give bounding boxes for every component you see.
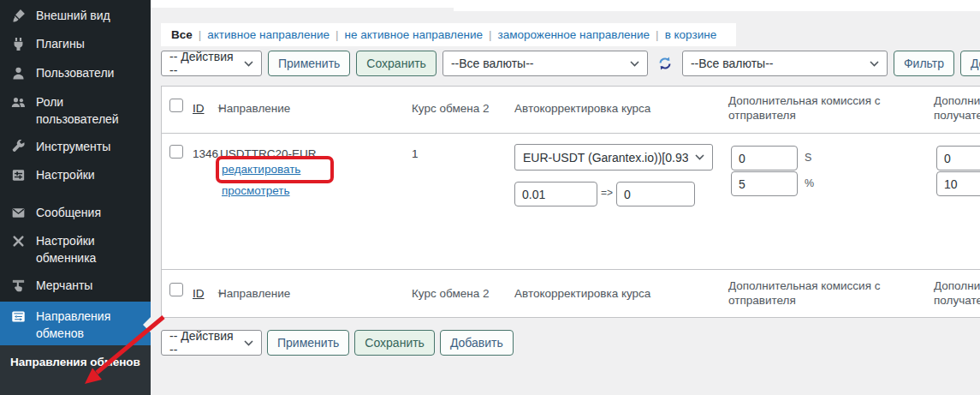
sidebar-item-merchants[interactable]: Мерчанты <box>0 273 151 298</box>
sidebar-item-label: Направления обменов <box>36 308 142 343</box>
view-link[interactable]: просмотреть <box>222 184 290 197</box>
sidebar-item-settings[interactable]: Настройки <box>0 163 151 188</box>
user-icon <box>10 65 27 82</box>
sidebar-item-label: Настройки <box>36 166 95 183</box>
sidebar-item-label: Мерчанты <box>36 277 92 294</box>
users-icon <box>10 94 27 111</box>
filter-separator: | <box>199 28 202 41</box>
table-row: 1346 USDTTRC20-EUR редактировать | просм… <box>162 134 980 270</box>
column-header-autocorrect: Автокорректировка курса <box>514 102 650 117</box>
table-footer-row: ID Направление Курс обмена 2 Автокоррект… <box>162 270 980 317</box>
top-toolbar: -- Действия -- Применить Сохранить --Все… <box>161 51 980 76</box>
crossed-tools-icon <box>10 233 27 250</box>
footer-header-rate: Курс обмена 2 <box>412 287 489 302</box>
apply-button[interactable]: Применить <box>268 51 350 76</box>
sidebar-item-messages[interactable]: Сообщения <box>0 200 151 225</box>
status-filter-links: Все | активное направление | не активное… <box>161 23 736 46</box>
footer-header-commission-sender: Дополнительная комиссия с отправителя <box>728 279 906 308</box>
column-header-id[interactable]: ID <box>193 102 205 117</box>
sidebar-item-exchanger-settings[interactable]: Настройки обменника <box>0 229 151 271</box>
bottom-toolbar: -- Действия -- Применить Сохранить Добав… <box>161 330 514 356</box>
filter-link-active[interactable]: активное направление <box>207 28 330 41</box>
column-header-commission-receiver: Дополнительная комиссия с получателя <box>934 94 980 123</box>
footer-header-commission-receiver: Дополнительная комиссия с получателя <box>934 279 980 308</box>
filter-link-frozen[interactable]: замороженное направление <box>498 28 650 41</box>
save-button-bottom[interactable]: Сохранить <box>354 330 435 356</box>
notice-bottom-strip <box>454 0 980 11</box>
sender-fixed-commission-input[interactable] <box>731 146 798 171</box>
sidebar-submenu: Направления обменов <box>0 345 151 395</box>
email-icon <box>10 205 27 222</box>
filter-button[interactable]: Фильтр <box>894 51 954 76</box>
chevron-down-icon <box>244 61 253 67</box>
sidebar-item-exchange-directions[interactable]: Направления обменов <box>0 302 151 348</box>
sidebar-item-label: Инструменты <box>36 138 110 155</box>
receiver-fixed-commission-input[interactable] <box>936 146 980 171</box>
autocorrect-arrow-label: => <box>601 187 613 199</box>
directions-list-table: ID Направление Курс обмена 2 Автокоррект… <box>161 86 980 318</box>
sidebar-item-users[interactable]: Пользователи <box>0 61 151 86</box>
sender-percent-unit: % <box>805 177 814 189</box>
column-header-rate: Курс обмена 2 <box>412 102 489 117</box>
footer-header-id[interactable]: ID <box>193 287 205 302</box>
bulk-actions-select-bottom[interactable]: -- Действия -- <box>161 330 262 356</box>
filter-link-trash[interactable]: в корзине <box>665 28 717 41</box>
sidebar-item-label: Внешний вид <box>36 7 110 24</box>
save-button[interactable]: Сохранить <box>356 51 437 76</box>
currency-select-2[interactable]: --Все валюты-- <box>682 51 888 76</box>
apply-button-bottom[interactable]: Применить <box>267 330 349 356</box>
submenu-item-exchange-directions[interactable]: Направления обменов <box>10 353 140 372</box>
filter-separator: | <box>656 28 659 41</box>
sidebar-item-tools[interactable]: Инструменты <box>0 135 151 159</box>
sidebar-item-label: Роли пользователей <box>36 93 142 129</box>
sidebar-item-label: Плагины <box>36 35 85 52</box>
row-rate: 1 <box>412 147 419 160</box>
sidebar-item-label: Сообщения <box>36 204 101 221</box>
receiver-percent-commission-input[interactable] <box>936 171 980 196</box>
bulk-actions-select[interactable]: -- Действия -- <box>161 51 262 76</box>
autocorrect-from-input[interactable] <box>514 182 597 206</box>
chevron-down-icon <box>630 61 639 67</box>
sidebar-item-appearance[interactable]: Внешний вид <box>0 3 151 28</box>
sender-percent-commission-input[interactable] <box>731 171 798 196</box>
add-button[interactable]: Добавить <box>960 51 980 76</box>
filter-separator: | <box>489 28 492 41</box>
chevron-down-icon <box>695 154 704 160</box>
column-header-direction: Направление <box>218 102 290 117</box>
sidebar-item-label: Пользователи <box>36 64 114 81</box>
currency-select-1[interactable]: --Все валюты-- <box>442 51 648 76</box>
admin-sidebar: Внешний вид Плагины Пользователи Роли по… <box>0 0 151 395</box>
wrench-icon <box>10 139 27 156</box>
sender-fixed-unit: S <box>805 152 811 164</box>
plugin-icon <box>10 36 27 53</box>
swap-refresh-icon[interactable] <box>654 51 676 76</box>
select-all-checkbox[interactable] <box>169 283 183 296</box>
row-direction: USDTTRC20-EUR <box>220 147 317 160</box>
sidebar-item-plugins[interactable]: Плагины <box>0 32 151 57</box>
autocorrect-pair-select[interactable]: EUR-USDT (Garantex.io))[0.936 <box>514 144 713 171</box>
chevron-down-icon <box>244 340 253 346</box>
sliders-icon <box>10 167 27 184</box>
filter-separator: | <box>336 28 339 41</box>
sidebar-item-user-roles[interactable]: Роли пользователей <box>0 90 151 132</box>
edit-link[interactable]: редактировать <box>222 163 300 176</box>
chevron-down-icon <box>870 61 879 67</box>
exchange-arrows-icon <box>10 308 27 326</box>
brush-icon <box>10 8 27 25</box>
hand-click-icon <box>10 278 27 295</box>
sidebar-item-label: Настройки обменника <box>36 232 142 267</box>
table-header-row: ID Направление Курс обмена 2 Автокоррект… <box>162 87 980 134</box>
column-header-commission-sender: Дополнительная комиссия с отправителя <box>728 94 906 123</box>
row-link-separator: | <box>331 163 335 177</box>
row-checkbox[interactable] <box>169 145 183 159</box>
filter-link-inactive[interactable]: не активное направление <box>345 28 483 41</box>
filter-link-all[interactable]: Все <box>171 28 193 41</box>
autocorrect-to-input[interactable] <box>616 182 695 206</box>
select-all-checkbox[interactable] <box>169 99 183 112</box>
footer-header-direction: Направление <box>218 287 290 302</box>
row-id: 1346 <box>193 147 218 160</box>
footer-header-autocorrect: Автокорректировка курса <box>514 287 650 302</box>
add-button-bottom[interactable]: Добавить <box>440 330 514 356</box>
